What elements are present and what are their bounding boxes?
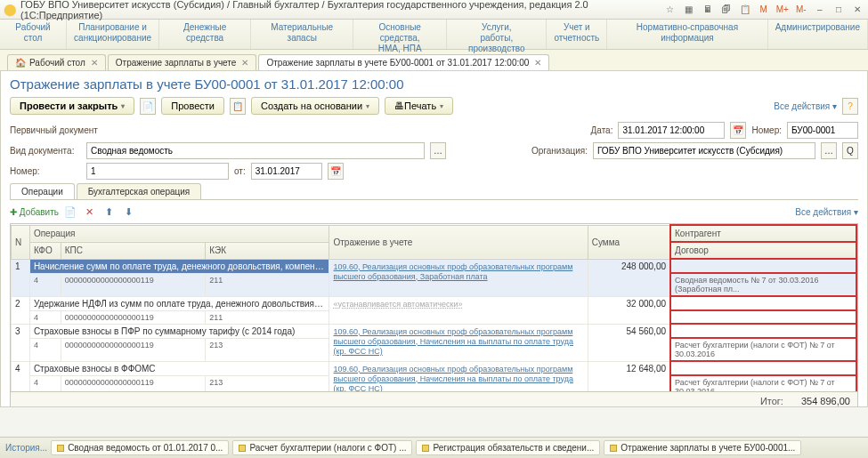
table-row[interactable]: 4Страховые взносы в ФФОМС109.60, Реализа…	[12, 361, 857, 375]
total-label: Итог:	[760, 396, 783, 406]
table-row[interactable]: 3Страховые взносы в ПФР по суммарному та…	[12, 324, 857, 338]
org-open-icon[interactable]: Q	[842, 142, 858, 159]
menu-item[interactable]: Рабочий стол	[0, 20, 67, 49]
col-kontr[interactable]: Контрагент	[670, 225, 856, 242]
nomer-label: Номер:	[10, 166, 81, 176]
col-kfo[interactable]: КФО	[29, 242, 61, 259]
down-icon[interactable]: ⬇	[121, 204, 137, 220]
number-label: Номер:	[751, 125, 782, 135]
col-op[interactable]: Операция	[29, 225, 329, 242]
total-value: 354 896,00	[801, 396, 850, 406]
menu-item[interactable]: Администрирование	[768, 20, 868, 49]
tab-operations[interactable]: Операции	[10, 183, 75, 199]
document-area: Отражение зарплаты в учете БУ00-0001 от …	[0, 71, 868, 407]
main-menu: Рабочий столПланирование исанкционирован…	[0, 20, 868, 50]
post-close-button[interactable]: Провести и закрыть▾	[10, 97, 134, 115]
add-button[interactable]: ✚ Добавить	[10, 207, 59, 217]
org-select-icon[interactable]: …	[821, 142, 837, 159]
tb-Mminus-icon[interactable]: M-	[794, 3, 808, 17]
table-row[interactable]: 2Удержание НДФЛ из сумм по оплате труда,…	[12, 296, 857, 310]
col-reflect[interactable]: Отражение в учете	[329, 225, 588, 259]
vid-input[interactable]	[86, 142, 425, 159]
copy-icon[interactable]: 📄	[62, 204, 78, 220]
tb-close-icon[interactable]: ✕	[850, 3, 864, 17]
grid: N Операция Отражение в учете Сумма Контр…	[10, 223, 858, 392]
tab[interactable]: Отражение зарплаты в учете✕	[108, 54, 257, 70]
ot-picker-icon[interactable]: 📅	[328, 163, 344, 180]
statusbar-item[interactable]: Регистрация обязательств и сведени...	[416, 440, 600, 455]
app-icon: ⬤	[4, 3, 17, 16]
window-title: ГОБУ ВПО Университет искусств (Субсидия)…	[20, 0, 661, 20]
print-button[interactable]: 🖶 Печать▾	[385, 97, 453, 115]
statusbar-item[interactable]: Сводная ведомость от 01.01.2017 0...	[51, 440, 229, 455]
all-actions-link[interactable]: Все действия ▾	[774, 101, 837, 111]
col-kek[interactable]: КЭК	[206, 242, 329, 259]
col-dogovor[interactable]: Договор	[670, 242, 856, 259]
tb-cal-icon[interactable]: 📋	[738, 3, 752, 17]
close-icon[interactable]: ✕	[91, 58, 98, 68]
nomer-input[interactable]	[86, 163, 229, 180]
help-icon[interactable]: ?	[842, 98, 858, 115]
ot-input[interactable]	[251, 163, 322, 180]
delete-icon[interactable]: ✕	[82, 204, 98, 220]
menu-item[interactable]: Услуги,работы, производство	[447, 20, 547, 49]
tb-fav-icon[interactable]: ☆	[662, 3, 677, 17]
number-input[interactable]	[787, 122, 858, 139]
grid-all-actions[interactable]: Все действия ▾	[795, 207, 858, 217]
doc-toolbar: Провести и закрыть▾ 📄 Провести 📋 Создать…	[10, 97, 858, 115]
grid-toolbar: ✚ Добавить 📄 ✕ ⬆ ⬇ Все действия ▾	[10, 200, 858, 223]
menu-item[interactable]: Планирование исанкционирование	[67, 20, 159, 49]
date-input[interactable]	[618, 122, 725, 139]
menu-item[interactable]: Материальные запасы	[251, 20, 353, 49]
statusbar-item[interactable]: Отражение зарплаты в учете БУ00-0001...	[604, 440, 801, 455]
primary-doc-label: Первичный документ	[10, 125, 98, 135]
statusbar-item[interactable]: Расчет бухгалтерии (налоги с ФОТ) ...	[232, 440, 412, 455]
close-icon[interactable]: ✕	[534, 58, 541, 68]
total-row: Итог: 354 896,00	[10, 392, 858, 407]
save-icon[interactable]: 📄	[140, 98, 156, 115]
date-picker-icon[interactable]: 📅	[730, 122, 746, 139]
ot-label: от:	[234, 166, 246, 176]
vid-select-icon[interactable]: …	[430, 142, 446, 159]
vid-label: Вид документа:	[10, 146, 81, 156]
title-bar: ⬤ ГОБУ ВПО Университет искусств (Субсиди…	[0, 0, 868, 20]
tb-M-icon[interactable]: M	[757, 3, 771, 17]
tab-accounting[interactable]: Бухгалтерская операция	[77, 183, 202, 199]
col-kps[interactable]: КПС	[61, 242, 206, 259]
document-title: Отражение зарплаты в учете БУ00-0001 от …	[10, 76, 858, 92]
close-icon[interactable]: ✕	[241, 58, 248, 68]
create-based-button[interactable]: Создать на основании▾	[251, 97, 379, 115]
history-button[interactable]: История...	[5, 443, 47, 453]
menu-item[interactable]: Основные средства,НМА, НПА	[353, 20, 447, 49]
up-icon[interactable]: ⬆	[101, 204, 118, 220]
tb-Mplus-icon[interactable]: M+	[775, 3, 790, 17]
org-label: Организация:	[531, 146, 588, 156]
tb-doc-icon[interactable]: 🗐	[719, 3, 734, 17]
post-button[interactable]: Провести	[161, 97, 224, 115]
titlebar-icons: ☆ ▦ 🖩 🗐 📋 M M+ M- – □ ✕	[661, 3, 864, 17]
status-bar: История... Сводная ведомость от 01.01.20…	[0, 437, 868, 458]
tb-min-icon[interactable]: –	[813, 3, 827, 17]
tab[interactable]: 🏠Рабочий стол✕	[7, 54, 106, 70]
tb-calc-icon[interactable]: 🖩	[701, 3, 715, 17]
org-input[interactable]	[593, 142, 815, 159]
menu-item[interactable]: Учет иотчетность	[547, 20, 607, 49]
menu-item[interactable]: Нормативно-справочная информация	[607, 20, 767, 49]
table-row[interactable]: 1Начисление сумм по оплате труда, денежн…	[12, 259, 857, 273]
list-icon[interactable]: 📋	[230, 98, 246, 115]
tb-max-icon[interactable]: □	[831, 3, 846, 17]
col-n[interactable]: N	[12, 225, 30, 259]
menu-item[interactable]: Денежные средства	[159, 20, 251, 49]
sub-tabs: Операции Бухгалтерская операция	[10, 183, 858, 200]
tabs-bar: 🏠Рабочий стол✕Отражение зарплаты в учете…	[0, 50, 868, 71]
tab[interactable]: Отражение зарплаты в учете БУ00-0001 от …	[258, 54, 549, 70]
col-sum[interactable]: Сумма	[588, 225, 670, 259]
date-label: Дата:	[591, 125, 613, 135]
tb-grid-icon[interactable]: ▦	[681, 3, 695, 17]
